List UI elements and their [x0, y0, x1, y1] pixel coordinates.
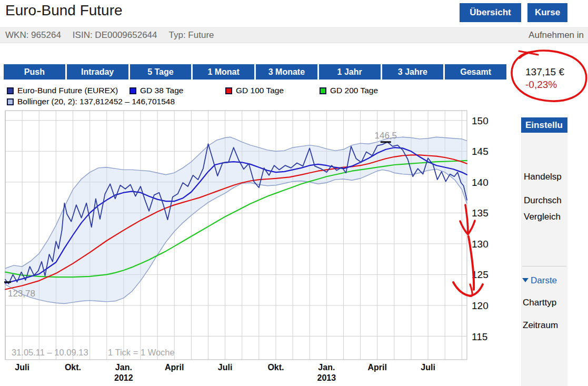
x-axis-label: Jan.: [115, 363, 132, 372]
price-change-percent: -0,23%: [525, 78, 564, 91]
y-axis-label: 120: [472, 300, 489, 311]
settings-item-durchsch[interactable]: Durchsch: [524, 195, 562, 206]
x-axis-label: Juli: [421, 363, 435, 372]
darstellung-link[interactable]: Darste: [522, 275, 557, 286]
settings-header[interactable]: Einstellu: [521, 117, 567, 133]
settings-sidebar: Einstellu HandelspDurchschVergleich Dars…: [521, 117, 567, 386]
y-axis-label: 125: [472, 269, 489, 280]
x-axis-label: Jan.: [318, 363, 335, 372]
y-axis-label: 150: [472, 115, 489, 126]
x-axis-label: Okt.: [65, 363, 81, 372]
darstellung-item-zeitraum[interactable]: Zeitraum: [523, 320, 558, 331]
page: Euro-Bund Future Übersicht Kurse WKN: 96…: [0, 0, 588, 386]
x-axis-label: Okt.: [267, 363, 284, 372]
y-axis-label: 135: [472, 207, 489, 219]
quote-box: 137,15 € -0,23%: [525, 66, 564, 91]
x-axis-year-label: 2013: [317, 373, 336, 382]
y-axis-label: 130: [472, 239, 489, 250]
y-axis-label: 145: [472, 146, 489, 157]
y-axis-label: 140: [472, 177, 489, 188]
chart-tick-note: 1 Tick = 1 Woche: [108, 348, 175, 357]
settings-item-handelsp[interactable]: Handelsp: [524, 172, 562, 182]
x-axis-label: April: [165, 363, 184, 372]
high-value-label: 146,5: [375, 131, 397, 141]
last-price: 137,15 €: [525, 66, 564, 78]
start-value-label: 123,78: [8, 289, 35, 299]
settings-item-vergleich[interactable]: Vergleich: [524, 212, 561, 222]
y-axis-label: 115: [472, 331, 487, 342]
price-chart: 150145140135130125120115JuliOkt.Jan.2012…: [0, 0, 588, 386]
darstellung-item-charttyp[interactable]: Charttyp: [523, 298, 556, 308]
x-axis-year-label: 2012: [114, 373, 133, 382]
chart-period-label: 31.05.11 – 10.09.13: [12, 348, 88, 357]
x-axis-label: April: [368, 363, 387, 372]
sidebar-divider: [522, 266, 566, 266]
x-axis-label: Juli: [15, 363, 29, 372]
x-axis-label: Juli: [218, 363, 233, 372]
chevron-down-icon: [522, 278, 529, 282]
